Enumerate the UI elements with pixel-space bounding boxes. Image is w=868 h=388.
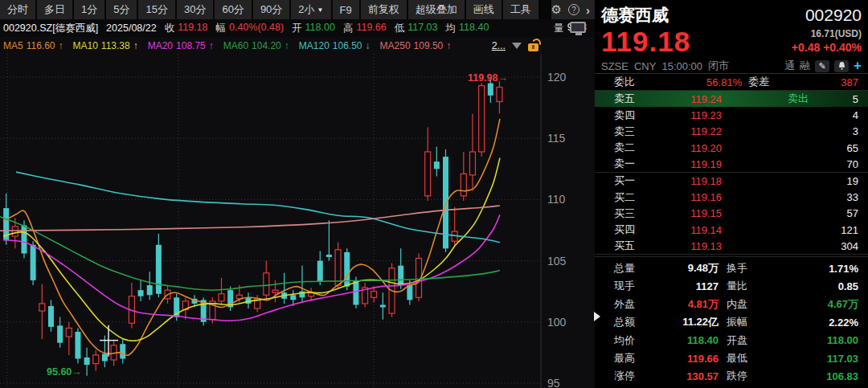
help-icon[interactable]: ? [568, 4, 579, 15]
ma-legend-MA5: MA5116.60↑ [3, 40, 63, 51]
tab-period-2小[interactable]: 2小▼ [291, 0, 330, 19]
weibi-row: 委比 56.81% 委差 387 [595, 74, 868, 91]
toolbar-action-工具[interactable]: 工具 [503, 0, 538, 19]
stock-name: 德赛西威 [601, 4, 669, 27]
arrow-up-icon: ↑ [59, 40, 63, 51]
ma-line-MA250 [0, 206, 500, 231]
market-status-row: SZSE CNY 15:00:00 闭市 通 融 ✎ + [601, 58, 862, 74]
gear-icon[interactable]: ⚙ [551, 2, 562, 17]
stat-振幅: 2.22% [829, 317, 858, 329]
ask-row-卖三[interactable]: 卖三119.223 [595, 124, 868, 140]
tab-period-90分[interactable]: 90分 [253, 0, 289, 19]
currency-label: CNY [634, 60, 656, 72]
toolbar-action-超级叠加[interactable]: 超级叠加 [408, 0, 465, 19]
stats-row: 总量9.48万换手1.71% [595, 259, 868, 277]
ma-values: MA5116.60↑MA10113.38↑MA20108.75↑MA60104.… [3, 40, 451, 51]
bid-levels: 买一119.1819买二119.1633买三119.1557买四119.1412… [595, 173, 868, 255]
low-price-annotation: 95.60→ [47, 366, 82, 378]
quote-field-开: 开118.00 [292, 22, 335, 35]
quote-panel: 德赛西威 002920 119.18 16.71(USD) +0.48 +0.4… [595, 0, 868, 388]
bid-row-买三[interactable]: 买三119.1557 [595, 206, 868, 222]
toolbar-action-前复权[interactable]: 前复权 [361, 0, 407, 19]
toolbar-icons: ⚙?› [551, 0, 595, 19]
info-bar: 002920.SZ[德赛西威] 2025/08/22 收119.18幅0.40%… [0, 19, 595, 37]
tab-period-分时[interactable]: 分时 [0, 0, 35, 19]
toolbar-action-画线[interactable]: 画线 [466, 0, 502, 19]
stats-grid: 总量9.48万换手1.71%现手1127量比0.85外盘4.81万内盘4.67万… [595, 256, 868, 386]
toolbar-action-F9[interactable]: F9 [333, 0, 359, 19]
quote-field-收: 收119.18 [165, 22, 208, 35]
tag-margin: 融 [800, 59, 810, 73]
tab-period-15分[interactable]: 15分 [138, 0, 174, 19]
chevron-down-icon: ▼ [317, 6, 324, 14]
market-status: 闭市 [708, 59, 729, 73]
stat-量比: 0.85 [838, 280, 858, 292]
bid-row-买二[interactable]: 买二119.1633 [595, 189, 868, 205]
weicha-value: 387 [841, 76, 858, 88]
exchange-label: SZSE [601, 60, 628, 72]
bid-row-买五[interactable]: 买五119.13304 [595, 239, 868, 255]
ma-legend-MA10: MA10113.38↑ [73, 40, 138, 51]
stat-涨停: 130.57 [654, 370, 719, 382]
ask-row-卖一[interactable]: 卖一119.1970 [595, 157, 868, 173]
high-price-annotation: 119.98→ [468, 72, 508, 84]
quote-fields: 收119.18幅0.40%(0.48)开118.00高119.66低117.03… [165, 22, 489, 35]
y-axis-label: 115 [547, 132, 566, 145]
stats-row: 涨停130.57跌停106.83 [595, 367, 868, 385]
tab-period-多日[interactable]: 多日 [37, 0, 72, 19]
candlestick-chart[interactable]: 95100105110115120119.98→95.60→ [0, 54, 595, 388]
stats-row: 外盘4.81万内盘4.67万 [595, 296, 868, 313]
stat-跌停: 106.83 [826, 370, 858, 382]
bid-row-买四[interactable]: 买四119.14121 [595, 222, 868, 238]
y-axis-label: 105 [547, 255, 567, 268]
chevron-down-icon[interactable] [512, 43, 522, 49]
y-axis-label: 120 [547, 71, 567, 84]
stat-总额: 11.22亿 [654, 315, 719, 329]
arrow-up-icon: ↑ [133, 40, 138, 51]
bell-icon[interactable] [834, 60, 849, 72]
stat-总量: 9.48万 [654, 261, 719, 276]
stat-开盘: 118.00 [827, 334, 858, 346]
stat-外盘: 4.81万 [654, 297, 719, 312]
symbol-label: 002920.SZ[德赛西威] [3, 22, 98, 35]
lock-icon[interactable] [528, 43, 538, 51]
usd-price: 16.71(USD) [792, 28, 862, 39]
quote-time: 15:00:00 [661, 60, 702, 72]
stat-均价: 118.40 [654, 334, 719, 346]
ask-row-卖四[interactable]: 卖四119.234 [595, 107, 868, 123]
ask-row-卖二[interactable]: 卖二119.2065 [595, 140, 868, 156]
stock-code: 002920 [805, 6, 862, 25]
arrow-up-icon: ↑ [285, 40, 289, 51]
period-toolbar: 分时多日1分5分15分30分60分90分2小▼F9前复权超级叠加画线工具⚙?› [0, 0, 595, 19]
ma-legend-MA120: MA120106.50↓ [299, 40, 371, 51]
tab-period-30分[interactable]: 30分 [177, 0, 213, 19]
price-change: +0.48 +0.40% [792, 41, 862, 54]
ma-more-link[interactable]: 2... [492, 40, 506, 51]
ma-legend-MA250: MA250109.50↑ [380, 40, 452, 51]
quote-field-低: 低117.03 [395, 22, 438, 35]
bid-row-买一[interactable]: 买一119.1819 [595, 173, 868, 189]
chart-pane: 分时多日1分5分15分30分60分90分2小▼F9前复权超级叠加画线工具⚙?› … [0, 0, 595, 388]
panel-collapse-arrow-icon[interactable] [594, 312, 600, 321]
date-label: 2025/08/22 [106, 22, 157, 34]
monitor-overlay-icon[interactable] [570, 22, 588, 37]
last-price: 119.18 [601, 27, 690, 57]
y-axis-label: 95 [547, 377, 560, 388]
more-chevron-icon[interactable]: › [586, 3, 590, 17]
add-watchlist-icon[interactable]: + [854, 58, 862, 74]
tab-period-60分[interactable]: 60分 [215, 0, 251, 19]
tab-period-5分[interactable]: 5分 [106, 0, 137, 19]
quote-header: 德赛西威 002920 119.18 16.71(USD) +0.48 +0.4… [595, 0, 868, 74]
quote-field-高: 高119.66 [343, 22, 387, 35]
stat-最高: 119.66 [654, 353, 719, 365]
ask-row-卖五[interactable]: 卖五119.24卖出5 [595, 91, 868, 107]
tag-hk-connect: 通 [784, 59, 795, 73]
tab-period-1分[interactable]: 1分 [74, 0, 104, 19]
stat-现手: 1127 [654, 280, 719, 292]
stats-row: 总额11.22亿振幅2.22% [595, 313, 868, 331]
stat-内盘: 4.67万 [828, 297, 858, 312]
y-axis-label: 110 [547, 193, 566, 206]
edit-icon[interactable]: ✎ [815, 60, 829, 72]
arrow-up-icon: ↑ [209, 40, 214, 51]
stats-row: 均价118.40开盘118.00 [595, 331, 868, 349]
